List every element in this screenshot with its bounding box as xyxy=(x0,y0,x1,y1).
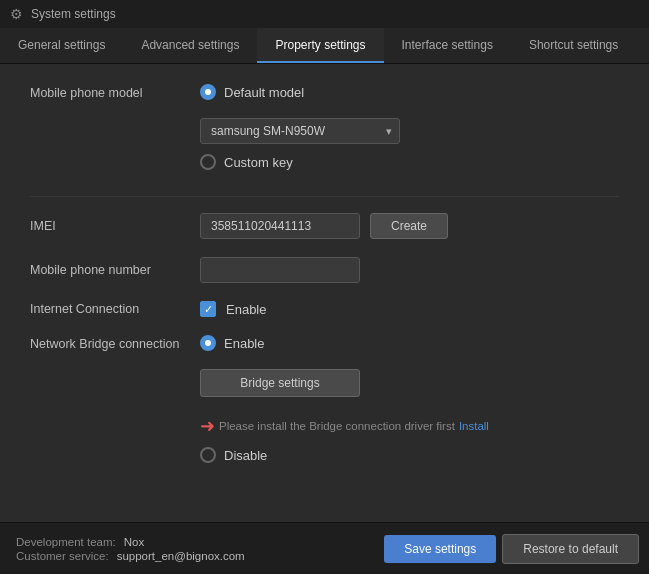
custom-key-radio[interactable] xyxy=(200,154,216,170)
network-bridge-enable-label: Enable xyxy=(224,336,264,351)
tab-shortcut[interactable]: Shortcut settings xyxy=(511,28,636,63)
bridge-note-text: Please install the Bridge connection dri… xyxy=(219,420,455,432)
tab-property[interactable]: Property settings xyxy=(257,28,383,63)
restore-default-button[interactable]: Restore to default xyxy=(502,534,639,564)
mobile-phone-model-label: Mobile phone model xyxy=(30,84,190,100)
default-model-radio[interactable] xyxy=(200,84,216,100)
bridge-note: ➜ Please install the Bridge connection d… xyxy=(200,415,489,437)
custom-key-row: Custom key xyxy=(200,154,400,170)
default-model-label: Default model xyxy=(224,85,304,100)
network-bridge-disable-radio[interactable] xyxy=(200,447,216,463)
network-bridge-options: Enable Bridge settings ➜ Please install … xyxy=(200,335,489,471)
customer-service-label: Customer service: xyxy=(16,550,109,562)
model-select-wrap: samsung SM-N950W Custom model ▾ xyxy=(200,118,400,144)
tab-interface[interactable]: Interface settings xyxy=(384,28,511,63)
network-bridge-label: Network Bridge connection xyxy=(30,335,190,351)
tab-advanced[interactable]: Advanced settings xyxy=(123,28,257,63)
content-area: Mobile phone model Default model samsung… xyxy=(0,64,649,522)
arrow-icon: ➜ xyxy=(200,415,215,437)
footer-info: Development team: Nox Customer service: … xyxy=(0,523,374,574)
network-bridge-enable-radio[interactable] xyxy=(200,335,216,351)
internet-connection-row: Internet Connection ✓ Enable xyxy=(30,301,619,317)
save-settings-button[interactable]: Save settings xyxy=(384,535,496,563)
divider-1 xyxy=(30,196,619,197)
mobile-phone-number-input[interactable] xyxy=(200,257,360,283)
dev-team-value: Nox xyxy=(124,536,144,548)
network-bridge-section: Network Bridge connection Enable Bridge … xyxy=(30,335,619,471)
mobile-phone-number-row: Mobile phone number xyxy=(30,257,619,283)
mobile-phone-model-section: Mobile phone model Default model samsung… xyxy=(30,84,619,178)
model-select[interactable]: samsung SM-N950W Custom model xyxy=(200,118,400,144)
mobile-phone-number-label: Mobile phone number xyxy=(30,263,190,277)
custom-key-label: Custom key xyxy=(224,155,293,170)
model-options: Default model samsung SM-N950W Custom mo… xyxy=(200,84,400,178)
checkmark-icon: ✓ xyxy=(204,304,213,315)
internet-connection-label: Internet Connection xyxy=(30,302,190,316)
footer-support-row: Customer service: support_en@bignox.com xyxy=(16,550,358,562)
internet-connection-checkbox[interactable]: ✓ xyxy=(200,301,216,317)
dev-team-label: Development team: xyxy=(16,536,116,548)
default-model-row: Default model xyxy=(200,84,400,100)
install-link[interactable]: Install xyxy=(459,420,489,432)
network-bridge-disable-row: Disable xyxy=(200,447,489,463)
internet-connection-enable-label: Enable xyxy=(226,302,266,317)
tab-general[interactable]: General settings xyxy=(0,28,123,63)
footer-dev-row: Development team: Nox xyxy=(16,536,358,548)
network-bridge-disable-label: Disable xyxy=(224,448,267,463)
network-bridge-enable-row: Enable xyxy=(200,335,489,351)
tab-bar: General settings Advanced settings Prope… xyxy=(0,28,649,64)
imei-label: IMEI xyxy=(30,219,190,233)
imei-input[interactable] xyxy=(200,213,360,239)
gear-icon: ⚙ xyxy=(10,6,23,22)
footer-buttons: Save settings Restore to default xyxy=(374,523,649,574)
title-bar: ⚙ System settings xyxy=(0,0,649,28)
bridge-settings-button[interactable]: Bridge settings xyxy=(200,369,360,397)
footer: Development team: Nox Customer service: … xyxy=(0,522,649,574)
create-button[interactable]: Create xyxy=(370,213,448,239)
imei-row: IMEI Create xyxy=(30,213,619,239)
title-bar-text: System settings xyxy=(31,7,116,21)
customer-service-value: support_en@bignox.com xyxy=(117,550,245,562)
